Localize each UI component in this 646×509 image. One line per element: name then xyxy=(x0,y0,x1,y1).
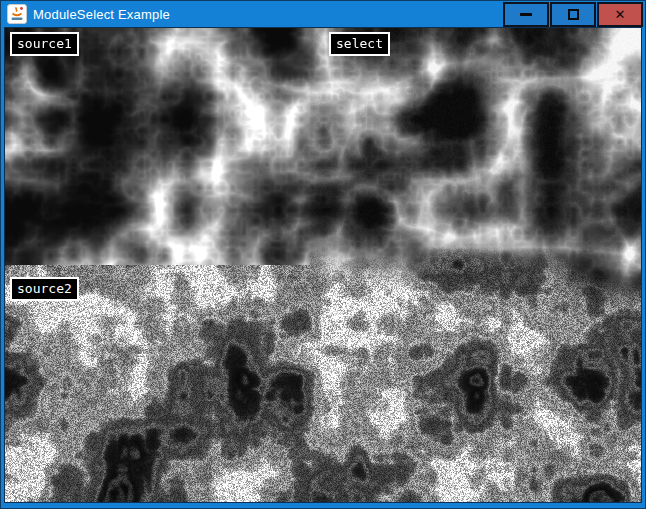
title-bar[interactable]: ModuleSelect Example ✕ xyxy=(1,1,645,28)
source1-label: source1 xyxy=(10,32,79,56)
close-icon: ✕ xyxy=(615,8,626,21)
app-window: ModuleSelect Example ✕ source1 select so… xyxy=(0,0,646,509)
maximize-button[interactable] xyxy=(550,2,596,27)
select-label: select xyxy=(329,32,390,56)
java-app-icon xyxy=(7,4,27,24)
minimize-button[interactable] xyxy=(503,2,549,27)
noise-render-canvas xyxy=(5,28,641,502)
close-button[interactable]: ✕ xyxy=(597,2,643,27)
window-controls: ✕ xyxy=(502,2,643,27)
minimize-icon xyxy=(520,13,532,16)
source2-label: source2 xyxy=(10,277,79,301)
window-title: ModuleSelect Example xyxy=(33,1,170,28)
maximize-icon xyxy=(568,9,579,20)
render-area: source1 select source2 xyxy=(5,28,641,502)
